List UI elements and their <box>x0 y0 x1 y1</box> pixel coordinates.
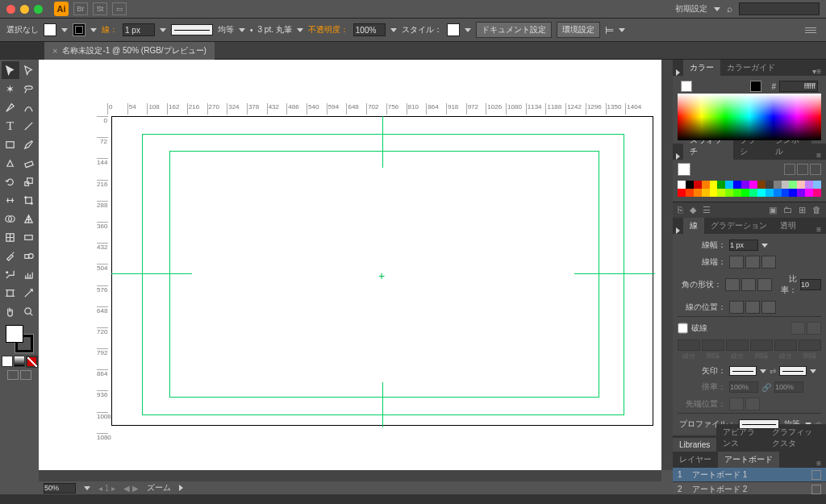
swatch[interactable] <box>725 181 733 189</box>
align-icon[interactable]: ⊨ <box>605 24 614 36</box>
zoom-window-button[interactable] <box>34 5 43 14</box>
arrow-start[interactable] <box>729 366 757 376</box>
fill-stroke-control[interactable] <box>6 325 33 352</box>
tab-color-guide[interactable]: カラーガイド <box>720 60 782 76</box>
guide[interactable] <box>169 397 599 398</box>
trash-icon[interactable]: 🗑 <box>812 205 821 215</box>
ratio-input[interactable] <box>800 279 821 290</box>
free-transform-tool[interactable] <box>20 191 38 209</box>
pen-tool[interactable] <box>2 98 19 116</box>
swatch[interactable] <box>710 181 718 189</box>
align-buttons[interactable] <box>729 301 776 314</box>
zoom-tool[interactable] <box>20 302 38 320</box>
guide[interactable] <box>169 151 599 152</box>
hand-tool[interactable] <box>2 302 19 320</box>
minimize-window-button[interactable] <box>20 5 29 14</box>
guide[interactable] <box>382 116 383 168</box>
swatch[interactable] <box>741 181 749 189</box>
new-folder-icon[interactable]: 🗀 <box>783 205 792 215</box>
search-icon[interactable]: ⌕ <box>727 3 732 15</box>
artboard-row[interactable]: 2アートボード 2 <box>673 482 826 494</box>
swatch[interactable] <box>749 181 757 189</box>
screen-mode-buttons[interactable] <box>7 370 31 380</box>
swatch[interactable] <box>757 181 766 189</box>
swatch[interactable] <box>725 189 733 197</box>
guide[interactable] <box>142 134 624 135</box>
swatch[interactable] <box>805 189 813 197</box>
swatch[interactable] <box>686 189 694 197</box>
close-window-button[interactable] <box>6 5 15 14</box>
graph-tool[interactable] <box>20 265 38 283</box>
type-tool[interactable]: T <box>2 117 19 135</box>
curvature-tool[interactable] <box>20 98 38 116</box>
style-swatch[interactable] <box>447 23 460 36</box>
eyedropper-tool[interactable] <box>2 247 19 264</box>
dash-preserve-buttons[interactable] <box>791 322 821 335</box>
document-tab[interactable]: × 名称未設定-1 @ 50% (RGB/プレビュー) <box>44 42 215 60</box>
guide[interactable] <box>169 151 170 398</box>
tab-layers[interactable]: レイヤー <box>673 452 718 468</box>
swatch-opts-icon[interactable]: ☰ <box>703 205 711 215</box>
swatch[interactable] <box>733 189 741 197</box>
cap-buttons[interactable] <box>729 256 776 269</box>
swatch[interactable] <box>710 189 718 197</box>
swatch[interactable] <box>694 181 702 189</box>
swatch-current[interactable] <box>678 163 690 176</box>
swatch[interactable] <box>797 181 805 189</box>
swatch[interactable] <box>774 181 782 189</box>
swatch[interactable] <box>766 181 774 189</box>
swatch[interactable] <box>694 189 702 197</box>
rectangle-tool[interactable] <box>2 135 19 153</box>
swatch[interactable] <box>702 189 710 197</box>
guide[interactable] <box>111 273 192 274</box>
new-swatch-icon[interactable]: ⊞ <box>799 205 806 215</box>
bridge-icon[interactable]: Br <box>73 2 88 15</box>
fill-swatch[interactable] <box>44 23 56 36</box>
width-tool[interactable] <box>2 191 19 209</box>
tab-libraries[interactable]: Libraries <box>673 438 716 452</box>
hex-input[interactable] <box>779 81 818 92</box>
canvas[interactable]: 0541081622162703243784324865405946487027… <box>39 60 661 470</box>
scale-tool[interactable] <box>20 173 38 190</box>
shape-builder-tool[interactable] <box>2 210 19 227</box>
color-mode-buttons[interactable] <box>2 356 37 367</box>
opacity-input[interactable] <box>353 23 386 36</box>
arrow-end[interactable] <box>779 366 807 376</box>
workspace-menu[interactable]: 初期設定 <box>675 3 707 15</box>
swatch[interactable] <box>717 189 725 197</box>
scrollbar-horizontal[interactable] <box>39 470 661 481</box>
swatch[interactable] <box>749 189 757 197</box>
swatch-kind-icon[interactable]: ◆ <box>690 205 696 215</box>
close-tab-icon[interactable]: × <box>52 46 57 56</box>
color-spectrum[interactable] <box>678 94 821 140</box>
swatch[interactable] <box>789 189 797 197</box>
swatch[interactable] <box>757 189 766 197</box>
arrow-scale-start[interactable] <box>729 381 758 393</box>
artboard-row[interactable]: 1アートボード 1 <box>673 468 826 482</box>
panel-menu-icon[interactable]: ≡ <box>811 151 826 160</box>
swatch-grid[interactable] <box>676 179 823 198</box>
tab-transparency[interactable]: 透明 <box>774 218 803 234</box>
swatch-view-icon[interactable] <box>797 164 808 175</box>
profile-preview[interactable] <box>739 419 779 429</box>
perspective-tool[interactable] <box>20 210 38 227</box>
rotate-tool[interactable] <box>2 173 19 190</box>
panel-menu-icon[interactable]: ≡ <box>811 225 826 234</box>
swatch[interactable] <box>774 189 782 197</box>
eraser-tool[interactable] <box>20 154 38 172</box>
swatch[interactable] <box>686 181 694 189</box>
brush-label[interactable]: 3 pt. 丸筆 <box>258 24 292 35</box>
stroke-swatch[interactable] <box>73 23 86 36</box>
symbol-sprayer-tool[interactable] <box>2 265 19 283</box>
arrow-scale-end[interactable] <box>774 381 803 393</box>
color-stroke-icon[interactable] <box>750 81 761 92</box>
swatch[interactable] <box>733 181 741 189</box>
swatch[interactable] <box>678 181 686 189</box>
arrange-icon[interactable]: ▭ <box>112 2 127 15</box>
paintbrush-tool[interactable] <box>20 135 38 153</box>
guide[interactable] <box>599 151 599 398</box>
tab-stroke[interactable]: 線 <box>683 218 704 234</box>
mesh-tool[interactable] <box>2 228 19 246</box>
tip-buttons[interactable] <box>729 398 760 410</box>
guide[interactable] <box>142 134 143 415</box>
